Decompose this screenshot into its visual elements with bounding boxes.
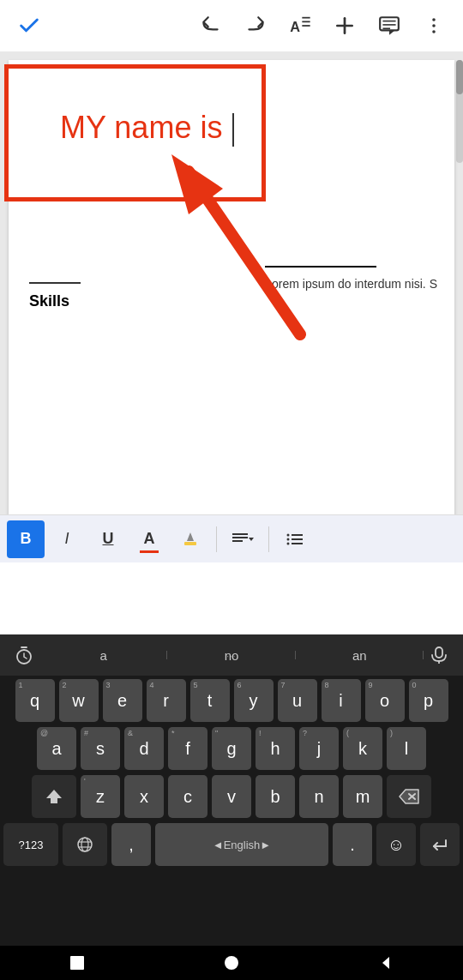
- key-e[interactable]: 3e: [103, 679, 142, 722]
- nav-home-button[interactable]: [214, 946, 249, 980]
- key-f[interactable]: *f: [168, 727, 207, 770]
- nav-square-button[interactable]: [60, 946, 94, 980]
- key-r[interactable]: 4r: [147, 679, 186, 722]
- key-d[interactable]: &d: [124, 727, 164, 770]
- svg-point-21: [287, 533, 290, 536]
- svg-point-12: [432, 30, 436, 33]
- svg-rect-28: [436, 647, 442, 658]
- key-s[interactable]: #s: [81, 727, 120, 770]
- italic-button[interactable]: I: [48, 520, 86, 558]
- toolbar-divider-2: [268, 526, 269, 552]
- align-button[interactable]: [224, 520, 262, 558]
- key-w[interactable]: 2w: [59, 679, 99, 722]
- skills-title: Skills: [29, 292, 434, 310]
- key-o[interactable]: 9o: [365, 679, 405, 722]
- enter-button[interactable]: [420, 823, 460, 866]
- period-key[interactable]: .: [333, 823, 372, 866]
- section-divider: [29, 282, 81, 284]
- symbols-button[interactable]: ?123: [3, 823, 58, 866]
- shift-button[interactable]: [32, 775, 76, 818]
- key-h[interactable]: !h: [256, 727, 295, 770]
- space-key[interactable]: ◄English►: [155, 823, 328, 866]
- format-toolbar: B I U A: [0, 514, 463, 562]
- key-c[interactable]: c: [168, 775, 207, 818]
- top-toolbar: A: [0, 0, 463, 51]
- keyboard-row-2: @a #s &d *f "g !h ?j (k )l: [3, 727, 460, 770]
- svg-marker-30: [46, 790, 62, 803]
- svg-point-11: [432, 24, 436, 27]
- svg-point-10: [432, 18, 436, 21]
- highlight-button[interactable]: [171, 520, 209, 558]
- scrollbar-thumb[interactable]: [456, 60, 463, 94]
- key-j[interactable]: ?j: [299, 727, 339, 770]
- keyboard-row-4: ?123 , ◄English► . ☺: [3, 823, 460, 866]
- comment-button[interactable]: [374, 10, 405, 41]
- undo-button[interactable]: [195, 10, 226, 41]
- text-selection-highlight: [4, 64, 266, 201]
- svg-point-38: [225, 956, 238, 970]
- scrollbar-track[interactable]: [456, 60, 463, 163]
- underline-button[interactable]: U: [89, 520, 127, 558]
- key-t[interactable]: 5t: [190, 679, 230, 722]
- more-options-button[interactable]: [418, 10, 449, 41]
- prediction-bar: a no ··· an: [0, 634, 463, 676]
- font-color-button[interactable]: A: [130, 520, 168, 558]
- key-b[interactable]: b: [256, 775, 295, 818]
- key-y[interactable]: 6y: [234, 679, 274, 722]
- globe-button[interactable]: [63, 823, 107, 866]
- key-a[interactable]: @a: [37, 727, 76, 770]
- svg-point-34: [81, 838, 88, 851]
- svg-point-23: [287, 542, 290, 544]
- comma-key[interactable]: ,: [111, 823, 151, 866]
- svg-rect-37: [70, 956, 84, 970]
- redo-button[interactable]: [240, 10, 271, 41]
- toolbar-divider-1: [216, 526, 217, 552]
- key-z[interactable]: 'z: [81, 775, 120, 818]
- key-l[interactable]: )l: [387, 727, 426, 770]
- svg-rect-16: [184, 542, 196, 545]
- key-x[interactable]: x: [124, 775, 164, 818]
- key-i[interactable]: 8i: [322, 679, 361, 722]
- timer-icon[interactable]: [9, 640, 39, 670]
- keyboard-rows: 1q 2w 3e 4r 5t 6y 7u 8i 9o 0p @a #s &d *…: [0, 676, 463, 875]
- key-n[interactable]: n: [299, 775, 339, 818]
- key-q[interactable]: 1q: [15, 679, 55, 722]
- svg-marker-39: [382, 957, 389, 969]
- key-m[interactable]: m: [343, 775, 382, 818]
- keyboard-row-1: 1q 2w 3e 4r 5t 6y 7u 8i 9o 0p: [3, 679, 460, 722]
- prediction-no[interactable]: no ···: [167, 648, 295, 663]
- key-p[interactable]: 0p: [409, 679, 448, 722]
- key-v[interactable]: v: [212, 775, 251, 818]
- keyboard-area: a no ··· an 1q 2w 3e 4r 5t 6y 7u 8i: [0, 634, 463, 980]
- svg-marker-20: [249, 538, 254, 541]
- document-area: MY name is Skills: [0, 51, 463, 514]
- prediction-a[interactable]: a: [39, 648, 167, 663]
- emoji-button[interactable]: ☺: [376, 823, 416, 866]
- svg-point-22: [287, 538, 290, 540]
- svg-point-33: [78, 838, 92, 851]
- key-g[interactable]: "g: [212, 727, 251, 770]
- add-button[interactable]: [329, 10, 360, 41]
- prediction-an[interactable]: an: [296, 648, 424, 663]
- mic-button[interactable]: [424, 640, 454, 670]
- lorem-text: Lorem ipsum do interdum nisi. S: [265, 266, 437, 293]
- key-u[interactable]: 7u: [278, 679, 317, 722]
- svg-text:A: A: [290, 19, 300, 34]
- backspace-button[interactable]: [387, 775, 431, 818]
- color-indicator: [140, 550, 159, 553]
- nav-bar: [0, 946, 463, 980]
- keyboard-row-3: 'z x c v b n m: [3, 775, 460, 818]
- bold-button[interactable]: B: [7, 520, 45, 558]
- text-format-button[interactable]: A: [285, 10, 316, 41]
- confirm-button[interactable]: [14, 10, 45, 41]
- list-button[interactable]: [276, 520, 314, 558]
- key-k[interactable]: (k: [343, 727, 382, 770]
- nav-back-button[interactable]: [369, 946, 403, 980]
